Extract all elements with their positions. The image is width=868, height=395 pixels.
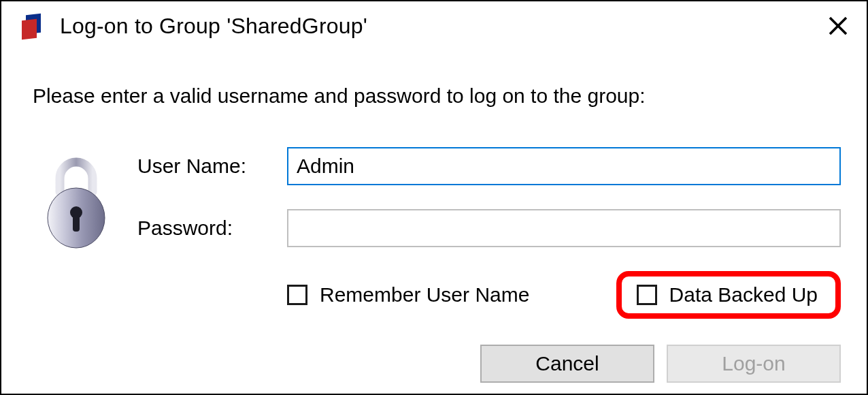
checkbox-box-icon <box>287 285 307 305</box>
logon-button-label: Log-on <box>722 352 785 375</box>
instruction-text: Please enter a valid username and passwo… <box>1 50 867 108</box>
logon-dialog: Log-on to Group 'SharedGroup' Please ent… <box>0 0 868 395</box>
logon-button: Log-on <box>667 345 841 383</box>
password-label: Password: <box>137 217 287 240</box>
close-button[interactable] <box>814 6 863 46</box>
app-icon <box>20 14 44 37</box>
lock-icon <box>45 150 107 252</box>
highlight-annotation: Data Backed Up <box>616 271 841 319</box>
cancel-button[interactable]: Cancel <box>480 345 654 383</box>
data-backed-up-checkbox[interactable]: Data Backed Up <box>637 283 818 306</box>
checkbox-box-icon <box>637 285 657 305</box>
window-title: Log-on to Group 'SharedGroup' <box>60 14 814 39</box>
button-row: Cancel Log-on <box>480 345 841 383</box>
cancel-button-label: Cancel <box>535 352 599 375</box>
data-backed-up-label: Data Backed Up <box>669 283 818 306</box>
checkbox-row: Remember User Name Data Backed Up <box>287 271 841 319</box>
password-row: Password: <box>137 209 841 247</box>
remember-username-label: Remember User Name <box>320 283 529 306</box>
password-input[interactable] <box>287 209 841 247</box>
username-row: User Name: <box>137 147 841 185</box>
username-input[interactable] <box>287 147 841 185</box>
svg-rect-4 <box>73 215 80 232</box>
close-icon <box>828 16 848 36</box>
username-label: User Name: <box>137 155 287 178</box>
remember-username-checkbox[interactable]: Remember User Name <box>287 283 529 306</box>
titlebar: Log-on to Group 'SharedGroup' <box>1 1 867 50</box>
